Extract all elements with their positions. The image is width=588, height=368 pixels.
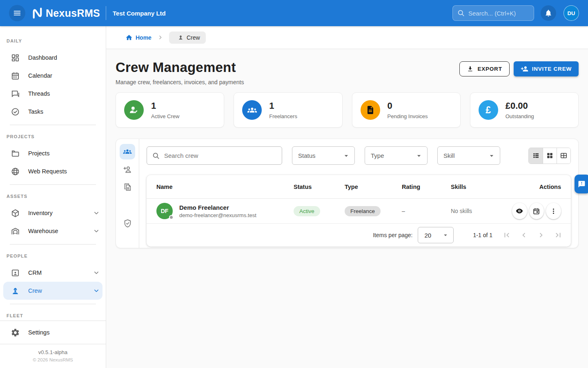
crew-panel: Status Type Skill: [116, 139, 579, 248]
tab-documents-file-copy-icon[interactable]: [120, 179, 135, 195]
pagination: Items per page: 20 1-1 of 1: [147, 224, 571, 247]
chevron-down-icon: [93, 227, 100, 235]
sidebar-item-web-requests[interactable]: Web Requests: [0, 162, 106, 180]
sidebar-item-inventory[interactable]: Inventory: [0, 204, 106, 222]
chevron-down-icon: [93, 269, 100, 276]
global-search-input[interactable]: [468, 10, 530, 17]
table-view-icon[interactable]: [557, 148, 570, 164]
crew-engineer-icon: [11, 286, 20, 296]
feedback-tab-icon[interactable]: [575, 175, 588, 193]
company-name: Test Company Ltd: [113, 10, 166, 17]
last-page-icon[interactable]: [550, 227, 567, 243]
list-view-icon[interactable]: [529, 148, 543, 164]
chevron-right-icon: [157, 34, 163, 40]
calendar-icon: [11, 71, 20, 81]
table-header-row: Name Status Type Rating Skills Actions: [147, 175, 571, 199]
groups-icon: [242, 100, 262, 120]
items-per-page-value: 20: [425, 232, 432, 239]
breadcrumb: Home Crew: [106, 26, 588, 49]
stat-value: 1: [151, 101, 179, 111]
invoice-icon: [361, 100, 380, 120]
sidebar: DAILY Dashboard Calendar Threads Tasks P…: [0, 26, 106, 368]
type-filter-select[interactable]: Type: [365, 146, 428, 165]
items-per-page-label: Items per page:: [373, 232, 412, 238]
sidebar-item-crm[interactable]: CRM: [0, 264, 106, 282]
global-search[interactable]: [452, 5, 534, 21]
breadcrumb-current-chip[interactable]: Crew: [169, 31, 206, 44]
warehouse-icon: [11, 227, 20, 236]
schedule-calendar-icon[interactable]: [529, 203, 544, 219]
sidebar-item-label: CRM: [28, 269, 42, 276]
previous-page-icon[interactable]: [515, 227, 532, 243]
skills-value: No skills: [451, 208, 512, 214]
view-eye-icon[interactable]: [512, 203, 527, 219]
items-per-page-select[interactable]: 20: [418, 227, 454, 243]
filter-row: Status Type Skill: [147, 146, 571, 165]
section-label-assets: ASSETS: [7, 194, 99, 199]
sidebar-item-label: Warehouse: [28, 228, 58, 234]
stats-row: 1 Active Crew 1 Freelancers 0: [116, 92, 579, 128]
table-row[interactable]: DF Demo Freelancer demo-freelancer@nexus…: [147, 199, 571, 224]
column-header-type: Type: [345, 184, 402, 190]
tab-crew-list-groups-icon[interactable]: [120, 144, 135, 159]
person-icon: [178, 34, 184, 40]
column-header-skills: Skills: [451, 184, 512, 190]
view-toggle-group: [528, 148, 571, 164]
sidebar-divider: [10, 304, 96, 304]
presence-dot: [169, 215, 174, 220]
section-label-projects: PROJECTS: [7, 134, 99, 139]
type-badge: Freelance: [345, 206, 381, 216]
type-filter-label: Type: [371, 152, 384, 159]
sidebar-item-label: Dashboard: [28, 54, 57, 61]
grid-view-icon[interactable]: [543, 148, 557, 164]
dropdown-arrow-icon: [342, 152, 350, 160]
stat-value: 1: [269, 101, 297, 111]
app-logo[interactable]: NexusRMS: [30, 7, 100, 19]
more-options-kebab-icon[interactable]: [546, 203, 561, 219]
first-page-icon[interactable]: [498, 227, 515, 243]
skill-filter-select[interactable]: Skill: [437, 146, 500, 165]
sidebar-item-label: Projects: [28, 150, 49, 157]
sidebar-item-crew[interactable]: Crew: [3, 282, 102, 300]
export-button[interactable]: EXPORT: [459, 61, 509, 76]
tab-compliance-shield-icon[interactable]: [120, 215, 135, 231]
sidebar-divider: [10, 125, 96, 125]
crew-search-field[interactable]: [147, 146, 282, 165]
crew-avatar: DF: [156, 203, 173, 219]
column-header-actions: Actions: [512, 184, 561, 190]
dropdown-arrow-icon: [442, 231, 449, 239]
sidebar-item-tasks[interactable]: Tasks: [0, 103, 106, 121]
sidebar-item-label: Web Requests: [28, 168, 67, 175]
sidebar-footer: v0.5.1-alpha © 2026 NexusRMS: [0, 344, 106, 368]
projects-folder-icon: [11, 149, 20, 158]
invite-crew-button[interactable]: INVITE CREW: [514, 61, 579, 76]
section-label-fleet: FLEET: [7, 313, 99, 319]
crew-search-input[interactable]: [164, 152, 277, 159]
chevron-down-icon: [93, 209, 100, 217]
sidebar-item-label: Calendar: [28, 72, 52, 79]
sidebar-divider: [10, 244, 96, 245]
stat-card-outstanding: £ £0.00 Outstanding: [470, 92, 579, 128]
sidebar-item-warehouse[interactable]: Warehouse: [0, 222, 106, 240]
sidebar-item-calendar[interactable]: Calendar: [0, 67, 106, 85]
dropdown-arrow-icon: [415, 152, 423, 160]
sidebar-item-threads[interactable]: Threads: [0, 85, 106, 103]
stat-value: £0.00: [506, 101, 534, 111]
main-content: Home Crew Crew Management Manage crew, f…: [106, 26, 588, 368]
invite-button-label: INVITE CREW: [532, 66, 572, 72]
sidebar-item-dashboard[interactable]: Dashboard: [0, 49, 106, 67]
stat-card-active-crew: 1 Active Crew: [116, 92, 224, 128]
sidebar-item-settings[interactable]: Settings: [0, 321, 106, 344]
breadcrumb-home-link[interactable]: Home: [122, 34, 151, 41]
sidebar-item-projects[interactable]: Projects: [0, 144, 106, 162]
menu-icon[interactable]: [9, 5, 25, 21]
next-page-icon[interactable]: [532, 227, 550, 243]
user-avatar[interactable]: DU: [564, 5, 579, 21]
tab-invites-person-add-icon[interactable]: [120, 162, 135, 177]
status-filter-select[interactable]: Status: [292, 146, 355, 165]
notifications-bell-icon[interactable]: [541, 5, 556, 21]
copyright: © 2026 NexusRMS: [0, 357, 106, 362]
inventory-box-icon: [11, 209, 20, 218]
tasks-check-icon: [11, 107, 20, 117]
page-subtitle: Manage crew, freelancers, invoices, and …: [116, 79, 244, 85]
